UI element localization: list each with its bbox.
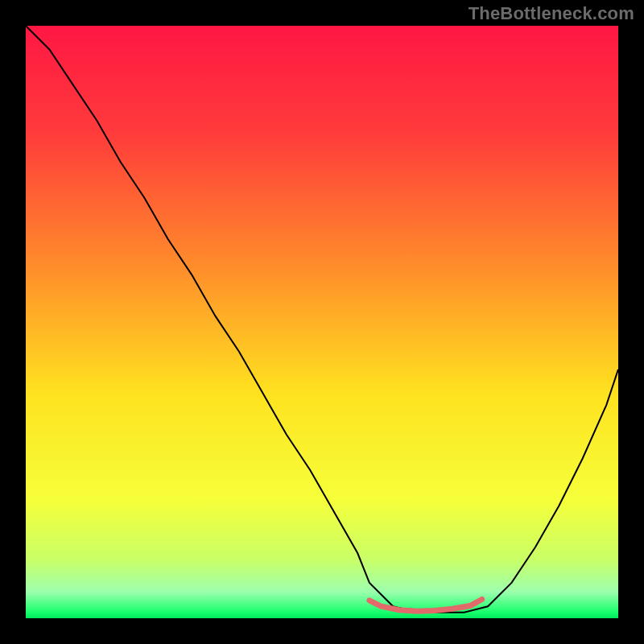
watermark-text: TheBottleneck.com — [469, 3, 634, 24]
chart-frame: TheBottleneck.com — [0, 0, 644, 644]
bottleneck-chart — [26, 26, 618, 618]
gradient-backdrop — [26, 26, 618, 618]
